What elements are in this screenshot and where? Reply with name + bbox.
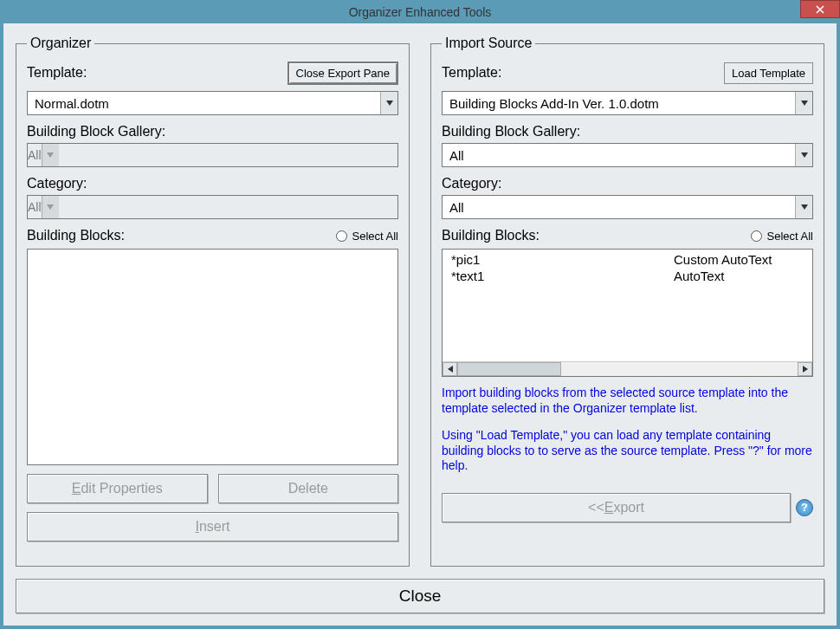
client-area: Organizer Template: Close Export Pane No… (3, 23, 837, 626)
footer: Close (16, 579, 824, 613)
organizer-select-all[interactable]: Select All (336, 230, 398, 243)
organizer-category-value: All (28, 200, 42, 214)
scroll-right-button[interactable] (798, 362, 812, 376)
organizer-select-all-label: Select All (352, 230, 398, 243)
list-item-name: *text1 (451, 269, 674, 283)
export-row: <<Export ? (442, 493, 813, 522)
radio-icon (336, 230, 347, 242)
import-blocks-header: Building Blocks: Select All (442, 228, 813, 243)
import-legend: Import Source (442, 36, 535, 51)
organizer-category-combo: All (27, 195, 398, 219)
import-select-all[interactable]: Select All (751, 230, 813, 243)
close-icon (816, 5, 824, 14)
organizer-gallery-combo: All (27, 143, 398, 167)
window-title: Organizer Enhanced Tools (349, 5, 492, 19)
window-close-button[interactable] (800, 0, 840, 18)
list-item[interactable]: *pic1 Custom AutoText (446, 251, 809, 268)
chevron-down-icon (795, 144, 812, 166)
import-gallery-label: Building Block Gallery: (442, 124, 813, 139)
horizontal-scrollbar[interactable] (443, 361, 812, 376)
organizer-template-label: Template: (27, 65, 87, 81)
load-template-button[interactable]: Load Template (724, 62, 813, 84)
organizer-gallery-label: Building Block Gallery: (27, 124, 398, 139)
organizer-template-header: Template: Close Export Pane (27, 58, 398, 88)
chevron-down-icon (795, 196, 812, 218)
close-export-pane-button[interactable]: Close Export Pane (288, 62, 398, 85)
organizer-blocks-label: Building Blocks: (27, 228, 125, 243)
delete-button[interactable]: Delete (218, 474, 399, 503)
scroll-track[interactable] (457, 362, 798, 376)
import-category-label: Category: (442, 176, 813, 191)
organizer-gallery-value: All (28, 148, 42, 162)
import-note-2: Using "Load Template," you can load any … (442, 428, 813, 474)
import-template-header: Template: Load Template (442, 58, 813, 88)
import-template-combo[interactable]: Building Blocks Add-In Ver. 1.0.dotm (442, 91, 813, 115)
import-list-rows: *pic1 Custom AutoText *text1 AutoText (443, 250, 812, 361)
list-item-name: *pic1 (451, 252, 674, 267)
organizer-template-value: Normal.dotm (28, 96, 380, 111)
insert-button[interactable]: Insert (27, 512, 398, 541)
chevron-down-icon (795, 92, 812, 114)
organizer-blocks-list[interactable] (27, 249, 398, 465)
scroll-left-button[interactable] (443, 362, 457, 376)
organizer-pane: Organizer Template: Close Export Pane No… (16, 36, 410, 567)
import-source-pane: Import Source Template: Load Template Bu… (430, 36, 824, 567)
organizer-template-combo[interactable]: Normal.dotm (27, 91, 398, 115)
import-category-combo[interactable]: All (442, 195, 813, 219)
list-item-type: Custom AutoText (674, 252, 804, 267)
help-icon[interactable]: ? (796, 499, 813, 516)
import-select-all-label: Select All (767, 230, 813, 243)
organizer-blocks-header: Building Blocks: Select All (27, 228, 398, 243)
organizer-category-label: Category: (27, 176, 398, 191)
export-button[interactable]: <<Export (442, 493, 791, 522)
import-gallery-value: All (443, 148, 795, 163)
organizer-button-row: Edit Properties Delete (27, 474, 398, 503)
import-gallery-combo[interactable]: All (442, 143, 813, 167)
titlebar: Organizer Enhanced Tools (0, 0, 840, 23)
scroll-thumb[interactable] (457, 362, 561, 376)
import-blocks-list[interactable]: *pic1 Custom AutoText *text1 AutoText (442, 249, 813, 377)
import-note-1: Import building blocks from the selected… (442, 386, 813, 416)
list-item-type: AutoText (674, 269, 804, 283)
app-window: Organizer Enhanced Tools Organizer Templ… (0, 0, 840, 629)
edit-properties-button[interactable]: Edit Properties (27, 474, 208, 503)
chevron-down-icon (380, 92, 397, 114)
import-category-value: All (443, 200, 795, 215)
import-blocks-label: Building Blocks: (442, 228, 540, 243)
chevron-down-icon (42, 144, 59, 166)
panes: Organizer Template: Close Export Pane No… (16, 36, 824, 567)
import-template-label: Template: (442, 65, 501, 81)
close-button[interactable]: Close (16, 579, 824, 613)
import-template-value: Building Blocks Add-In Ver. 1.0.dotm (443, 96, 795, 111)
organizer-legend: Organizer (27, 36, 94, 51)
radio-icon (751, 230, 762, 242)
list-item[interactable]: *text1 AutoText (446, 268, 809, 284)
chevron-down-icon (42, 196, 59, 218)
organizer-insert-row: Insert (27, 512, 398, 541)
